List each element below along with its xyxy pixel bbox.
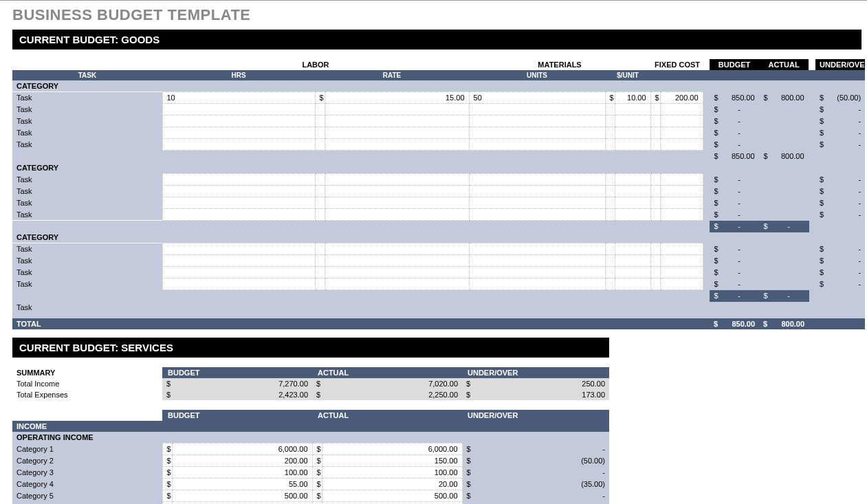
table-row: Task $-$- (12, 139, 865, 151)
group-header-actual: ACTUAL (759, 59, 809, 70)
cell-fixed[interactable]: 200.00 (660, 92, 703, 104)
income-section-row: INCOME (12, 421, 609, 432)
table-row: Task $-$- (12, 208, 865, 220)
col-budget: BUDGET (162, 410, 312, 421)
cell-actual-sym: $ (759, 92, 769, 104)
col-uo: UNDER/OVER (462, 410, 609, 421)
cell: 7,020.00 (322, 378, 462, 389)
cell-uo: (50.00) (472, 454, 609, 466)
category-row: CATEGORY (12, 162, 865, 174)
category-label: CATEGORY (12, 232, 703, 243)
category-row: CATEGORY (12, 80, 865, 92)
cell-actual[interactable]: 20.00 (322, 478, 462, 490)
row-label: Category 2 (12, 454, 162, 466)
cell: 250.00 (472, 378, 609, 389)
summary-income-row: Total Income $7,270.00 $7,020.00 $250.00 (12, 378, 609, 389)
task-label: Task (12, 127, 162, 139)
goods-table: LABOR MATERIALS FIXED COST BUDGET ACTUAL… (12, 59, 865, 329)
table-row: Category 1 $6,000.00 $6,000.00 $- (12, 443, 609, 454)
col-budget: BUDGET (162, 367, 312, 378)
table-row: Task $-$- (12, 197, 865, 208)
total-label: TOTAL (12, 318, 703, 329)
cell-actual: 800.00 (769, 92, 809, 104)
task-label: Task (12, 139, 162, 151)
cell: 2,250.00 (322, 389, 462, 400)
task-label: Task (12, 243, 162, 255)
subtotal-row: $- $- (12, 290, 865, 302)
table-row: Task $-$- (12, 255, 865, 267)
cell-actual[interactable]: 6,000.00 (322, 443, 462, 454)
table-row: Task $-$- (12, 267, 865, 278)
cell-units[interactable]: 50 (469, 92, 605, 104)
cell-rate-sym[interactable]: $ (315, 92, 325, 104)
cell-actual[interactable]: 500.00 (322, 490, 462, 501)
section-title-goods: CURRENT BUDGET: GOODS (12, 30, 861, 50)
col-actual: ACTUAL (312, 410, 462, 421)
services-income-table: BUDGET ACTUAL UNDER/OVER INCOME OPERATIN… (12, 410, 609, 505)
cell-budget[interactable]: 500.00 (172, 490, 312, 501)
cell-rate[interactable]: 15.00 (325, 92, 469, 104)
page-title: BUSINESS BUDGET TEMPLATE (12, 6, 861, 24)
total-budget: 850.00 (719, 318, 759, 329)
table-row: Task $-$- (12, 243, 865, 255)
cell-uo: (50.00) (825, 92, 865, 104)
task-label: Task (12, 185, 162, 197)
summary-header-row: SUMMARY BUDGET ACTUAL UNDER/OVER (12, 367, 609, 378)
cell: 7,270.00 (172, 378, 312, 389)
operating-income-label: OPERATING INCOME (12, 432, 609, 443)
col-actual: ACTUAL (312, 367, 462, 378)
col-rate: RATE (315, 70, 469, 80)
cell-budget: 850.00 (719, 92, 759, 104)
group-header-row: LABOR MATERIALS FIXED COST BUDGET ACTUAL… (12, 59, 865, 70)
services-summary-table: SUMMARY BUDGET ACTUAL UNDER/OVER Total I… (12, 367, 609, 400)
row-label: Category 6 (12, 501, 162, 504)
row-label: Category 3 (12, 466, 162, 478)
task-label: Task (12, 278, 162, 290)
group-header-labor: LABOR (162, 59, 469, 70)
subtotal-row: $- $- (12, 220, 865, 232)
task-label: Task (12, 197, 162, 208)
cell-hrs[interactable]: 10 (162, 92, 315, 104)
table-row: Category 3 $100.00 $100.00 $- (12, 466, 609, 478)
cell-actual[interactable]: 100.00 (322, 466, 462, 478)
table-row: Task $-$- (12, 278, 865, 290)
group-header-fixed: FIXED COST (650, 59, 703, 70)
group-header-materials: MATERIALS (469, 59, 650, 70)
col-uo: UNDER/OVER (462, 367, 609, 378)
category-label: CATEGORY (12, 80, 703, 92)
subtotal-actual: 800.00 (769, 151, 809, 162)
total-actual: 800.00 (769, 318, 809, 329)
cell-unitcost-sym[interactable]: $ (605, 92, 615, 104)
row-label: Category 1 (12, 443, 162, 454)
cell-budget[interactable]: 55.00 (172, 478, 312, 490)
task-label: Task (12, 267, 162, 278)
task-label: Task (12, 92, 162, 104)
cell-budget[interactable]: 100.00 (172, 466, 312, 478)
table-row: Category 4 $55.00 $20.00 $(35.00) (12, 478, 609, 490)
task-label: Task (12, 104, 162, 116)
task-label: Task (12, 116, 162, 127)
table-row: Category 2 $200.00 $150.00 $(50.00) (12, 454, 609, 466)
cell-uo-sym: $ (815, 92, 825, 104)
col-units: UNITS (469, 70, 605, 80)
table-row: Task $-$- (12, 116, 865, 127)
row-label: Category 4 (12, 478, 162, 490)
table-row: Task 10 $ 15.00 50 $ 10.00 $ 200.00 $ 85… (12, 92, 865, 104)
income-section-label: INCOME (12, 421, 609, 432)
cell-actual[interactable]: 150.00 (322, 454, 462, 466)
table-row: Task $-$- (12, 127, 865, 139)
cell-budget[interactable]: 200.00 (172, 454, 312, 466)
cell-actual[interactable]: 200.00 (322, 501, 462, 504)
cell-unitcost[interactable]: 10.00 (615, 92, 650, 104)
cell-budget[interactable]: 300.00 (172, 501, 312, 504)
table-row: Task $-$- (12, 104, 865, 116)
section-title-services: CURRENT BUDGET: SERVICES (12, 338, 609, 358)
col-hrs: HRS (162, 70, 315, 80)
cell-uo: - (472, 490, 609, 501)
summary-expenses-row: Total Expenses $2,423.00 $2,250.00 $173.… (12, 389, 609, 400)
subtotal-row: $850.00 $800.00 (12, 151, 865, 162)
col-task: TASK (12, 70, 162, 80)
summary-label: SUMMARY (12, 367, 162, 378)
cell-budget[interactable]: 6,000.00 (172, 443, 312, 454)
cell-fixed-sym[interactable]: $ (650, 92, 660, 104)
